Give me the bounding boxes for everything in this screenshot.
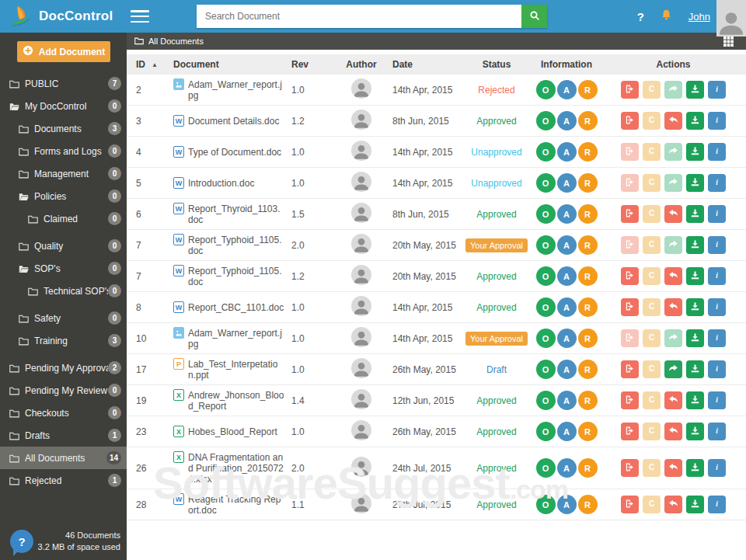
download-button[interactable]: [686, 143, 704, 161]
author-avatar[interactable]: [351, 172, 371, 192]
sidebar-item-claimed[interactable]: Claimed0: [0, 207, 127, 230]
info-badge-o[interactable]: O: [536, 391, 556, 410]
column-header-date[interactable]: Date: [392, 59, 461, 70]
info-button[interactable]: i: [708, 112, 726, 130]
download-button[interactable]: [686, 360, 704, 378]
checkout-button[interactable]: [621, 143, 639, 161]
download-button[interactable]: [686, 112, 704, 130]
info-button[interactable]: i: [708, 360, 726, 378]
breadcrumb[interactable]: All Documents: [134, 37, 204, 47]
info-badge-a[interactable]: A: [557, 458, 577, 478]
info-badge-r[interactable]: R: [578, 458, 598, 478]
info-button[interactable]: i: [708, 236, 726, 254]
document-name[interactable]: Lab_Test_Interpetation.ppt: [188, 358, 285, 381]
download-button[interactable]: [686, 298, 704, 316]
search-input[interactable]: [197, 5, 521, 28]
document-name[interactable]: Hobes_Blood_Report: [188, 426, 277, 437]
share-button[interactable]: [664, 236, 682, 254]
share-button[interactable]: [664, 81, 682, 99]
author-avatar[interactable]: [351, 203, 371, 223]
info-badge-o[interactable]: O: [536, 142, 556, 162]
share-button[interactable]: [664, 329, 682, 347]
info-badge-a[interactable]: A: [557, 204, 577, 224]
download-button[interactable]: [686, 329, 704, 347]
sidebar-item-my-doccontrol[interactable]: My DocControl0: [0, 95, 127, 117]
download-button[interactable]: [686, 459, 704, 477]
user-menu-link[interactable]: John: [688, 11, 710, 23]
info-button[interactable]: i: [708, 329, 726, 347]
info-badge-a[interactable]: A: [557, 235, 577, 255]
undo-button[interactable]: [664, 205, 682, 223]
notifications-bell-icon[interactable]: [660, 9, 673, 25]
grid-view-icon[interactable]: [723, 37, 734, 47]
author-avatar[interactable]: [351, 457, 371, 477]
info-badge-r[interactable]: R: [578, 80, 598, 99]
checkin-button[interactable]: C: [643, 205, 661, 223]
document-name[interactable]: Report_Thyroid_1103.doc: [188, 203, 285, 225]
info-badge-a[interactable]: A: [557, 360, 577, 379]
checkin-button[interactable]: C: [643, 143, 661, 161]
author-avatar[interactable]: [351, 296, 371, 316]
info-badge-a[interactable]: A: [557, 80, 577, 99]
info-badge-a[interactable]: A: [557, 111, 577, 130]
author-avatar[interactable]: [351, 420, 371, 440]
document-name[interactable]: Type of Document.doc: [188, 146, 281, 158]
document-name[interactable]: Adam_Warner_report.jpg: [188, 78, 285, 101]
info-button[interactable]: i: [708, 459, 726, 477]
checkin-button[interactable]: C: [643, 391, 661, 409]
checkout-button[interactable]: [621, 423, 639, 440]
help-button[interactable]: ?: [637, 10, 644, 23]
info-badge-o[interactable]: O: [536, 173, 556, 193]
download-button[interactable]: [686, 236, 704, 254]
info-badge-o[interactable]: O: [536, 204, 556, 224]
checkin-button[interactable]: C: [643, 174, 661, 192]
sidebar-item-drafts[interactable]: Drafts1: [0, 424, 127, 447]
sidebar-item-sop-s[interactable]: SOP's0: [0, 257, 127, 280]
search-button[interactable]: [521, 5, 547, 28]
share-button[interactable]: [664, 174, 682, 192]
info-badge-a[interactable]: A: [557, 142, 577, 162]
download-button[interactable]: [686, 205, 704, 223]
undo-button[interactable]: [664, 112, 682, 130]
add-document-button[interactable]: Add Document: [17, 41, 110, 62]
info-badge-r[interactable]: R: [578, 422, 598, 441]
document-name[interactable]: DNA Fragmentation and Purification_20150…: [188, 451, 285, 485]
info-badge-r[interactable]: R: [578, 173, 598, 193]
info-button[interactable]: i: [708, 143, 726, 161]
checkout-button[interactable]: [621, 236, 639, 254]
checkout-button[interactable]: [621, 298, 639, 316]
checkout-button[interactable]: [621, 360, 639, 378]
info-button[interactable]: i: [708, 496, 726, 513]
author-avatar[interactable]: [351, 110, 371, 130]
checkin-button[interactable]: C: [643, 360, 661, 378]
checkout-button[interactable]: [621, 205, 639, 223]
author-avatar[interactable]: [351, 141, 371, 161]
sidebar-item-checkouts[interactable]: Checkouts0: [0, 402, 127, 424]
document-name[interactable]: Introduction.doc: [188, 177, 254, 189]
info-button[interactable]: i: [708, 174, 726, 192]
info-button[interactable]: i: [708, 391, 726, 409]
checkin-button[interactable]: C: [643, 236, 661, 254]
author-avatar[interactable]: [351, 327, 371, 347]
info-badge-a[interactable]: A: [557, 329, 577, 348]
info-badge-r[interactable]: R: [578, 495, 598, 514]
sidebar-item-all-documents[interactable]: All Documents14: [0, 447, 127, 469]
checkout-button[interactable]: [621, 81, 639, 99]
info-badge-o[interactable]: O: [536, 297, 556, 317]
checkout-button[interactable]: [621, 329, 639, 347]
column-header-rev[interactable]: Rev: [291, 59, 330, 70]
checkin-button[interactable]: C: [643, 423, 661, 440]
undo-button[interactable]: [664, 459, 682, 477]
checkout-button[interactable]: [621, 391, 639, 409]
download-button[interactable]: [686, 267, 704, 285]
download-button[interactable]: [686, 391, 704, 409]
checkin-button[interactable]: C: [643, 459, 661, 477]
info-badge-o[interactable]: O: [536, 495, 556, 514]
column-header-author[interactable]: Author: [330, 59, 392, 70]
checkin-button[interactable]: C: [643, 81, 661, 99]
author-avatar[interactable]: [351, 78, 371, 99]
undo-button[interactable]: [664, 267, 682, 285]
info-badge-r[interactable]: R: [578, 204, 598, 224]
document-name[interactable]: Andrew_Jhonson_Blood_Report: [188, 389, 285, 412]
author-avatar[interactable]: [351, 493, 371, 513]
